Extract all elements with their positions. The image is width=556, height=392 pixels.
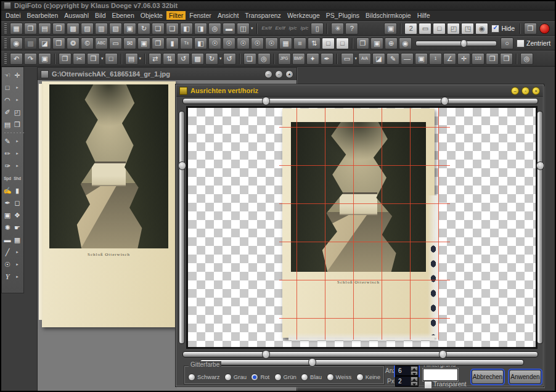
background-color-swatch[interactable] [423, 369, 458, 381]
gamma-tool[interactable]: Y [2, 271, 12, 283]
radio-keine[interactable]: Keine [356, 374, 380, 381]
right-align-slider[interactable] [537, 111, 543, 344]
filter-browser-icon[interactable]: ▧ [109, 23, 122, 35]
top-slider-handle-1[interactable] [262, 97, 270, 105]
shape-icon[interactable]: ▭ [341, 53, 354, 65]
context-help-icon[interactable]: ? [345, 23, 358, 35]
pen-medium-tool[interactable]: ✏ [2, 147, 12, 160]
radio-rot-dot[interactable] [251, 374, 258, 381]
menu-objekte[interactable]: Objekte [138, 11, 165, 20]
dialog-minimize-button[interactable]: – [511, 87, 519, 95]
lasso-flyout[interactable]: ▸ [12, 94, 22, 106]
clipboard-icon[interactable]: ▤ [125, 53, 138, 65]
zoom-slider-thumb[interactable] [460, 39, 467, 47]
move-tool[interactable]: ✛ [12, 69, 22, 81]
blank-screen-icon[interactable]: □ [433, 23, 446, 35]
paste-image-icon[interactable]: ❒ [52, 23, 65, 35]
transparent-checkbox[interactable] [424, 381, 432, 389]
red-eye-5-icon[interactable]: ☉ [265, 38, 278, 49]
color-wheel-icon[interactable]: ❂ [67, 38, 80, 49]
menu-fenster[interactable]: Fenster [187, 11, 214, 20]
hand-tool[interactable]: ☜ [2, 69, 12, 81]
frame-icon[interactable]: ▣ [137, 38, 150, 49]
rotate-any-icon[interactable]: ↻ [205, 53, 218, 65]
color-ball-icon[interactable]: ◉ [10, 38, 23, 49]
red-eye-tool[interactable]: ☉ [2, 258, 12, 271]
contrast-icon[interactable]: ◧ [194, 38, 207, 49]
radio-grün[interactable]: Grün [274, 374, 296, 381]
horizontal-position-handle[interactable] [308, 358, 316, 367]
select-all-icon[interactable]: ▣ [38, 53, 51, 65]
radio-keine-dot[interactable] [356, 374, 364, 381]
menu-auswahl[interactable]: Auswahl [62, 11, 91, 20]
rotate-any-icon-dropdown[interactable]: ▾ [219, 56, 222, 61]
film-strip-icon[interactable]: ▣ [123, 23, 136, 35]
spray-tool[interactable]: ✺ [2, 221, 12, 234]
px-up-button[interactable] [411, 377, 418, 382]
apply-button[interactable]: Anwenden [509, 370, 541, 384]
copyright-icon[interactable]: © [81, 38, 94, 49]
lamp-icon[interactable]: ✦ [306, 53, 319, 65]
radio-blau-dot[interactable] [301, 374, 308, 381]
red-eye-3-icon[interactable]: ☉ [237, 38, 250, 49]
zentriert-checkbox-box[interactable] [517, 39, 525, 47]
copy-icon[interactable]: ❐ [59, 53, 72, 65]
monitor-icon[interactable]: ▭ [419, 23, 431, 35]
app-titlebar[interactable]: DigiFoto (c)opyright by Klaus Doege v7.0… [1, 1, 555, 10]
restore-button[interactable]: ▫ [275, 70, 283, 78]
anz-down-button[interactable] [411, 371, 418, 376]
zoom-out-icon[interactable]: ○ [501, 38, 513, 49]
resize-icon[interactable]: ▩ [191, 53, 204, 65]
refresh-icon[interactable]: ↺ [223, 53, 236, 65]
preview-icon[interactable]: ◎ [520, 53, 533, 65]
radio-weiss-dot[interactable] [327, 374, 334, 381]
screen-left-icon[interactable]: ◰ [447, 23, 460, 35]
gear-icon[interactable]: ✳ [331, 23, 344, 35]
menu-bildschirmkopie[interactable]: Bildschirmkopie [363, 11, 414, 20]
save-tool[interactable]: ▤ [2, 118, 12, 131]
lasso-tool[interactable]: ◠ [2, 94, 12, 106]
pen-small-tool[interactable]: ✎ [2, 135, 12, 147]
camera-icon[interactable]: ▣ [384, 23, 397, 35]
copy-page-icon[interactable]: ❐ [486, 53, 499, 65]
knife-tool[interactable]: ✐ [2, 106, 12, 118]
bottom-slider-handle-2[interactable] [439, 350, 447, 359]
eyedropper-tool[interactable]: ╱ [2, 246, 12, 258]
menu-bearbeiten[interactable]: Bearbeiten [25, 11, 61, 20]
ink-tool[interactable]: ▮ [12, 184, 22, 197]
dialog-close-button[interactable]: × [532, 87, 540, 95]
effects-icon[interactable]: ❒ [52, 38, 65, 49]
tools-icon[interactable]: ✒ [321, 53, 333, 65]
red-eye-2-icon[interactable]: ☉ [223, 38, 235, 49]
screen-2-icon[interactable]: 2 [404, 23, 417, 35]
bottom-align-slider[interactable] [182, 351, 538, 357]
px-value[interactable]: 2 [396, 377, 411, 386]
bmp-icon[interactable]: BMP [292, 53, 305, 65]
print-icon[interactable]: ◫ [237, 23, 250, 35]
card-icon[interactable]: ❐ [152, 38, 165, 49]
toolbar2-grip[interactable] [4, 38, 7, 48]
zentriert-checkbox[interactable]: Zentriert [517, 39, 550, 47]
gradient-icon[interactable]: ◪ [38, 38, 51, 49]
menu-ansicht[interactable]: Ansicht [215, 11, 241, 20]
book-icon[interactable]: ▬ [223, 23, 235, 35]
left-align-slider[interactable] [179, 111, 185, 344]
anz-value[interactable]: 6 [396, 366, 411, 375]
screenshot-icon[interactable]: ◧ [180, 23, 193, 35]
marquee-flyout[interactable]: ▸ [12, 81, 22, 94]
text-size-icon[interactable]: T± [180, 38, 193, 49]
radio-schwarz[interactable]: Schwarz [188, 374, 219, 381]
folder-2-icon[interactable]: ❒ [500, 53, 513, 65]
list-icon[interactable]: ≡ [293, 38, 306, 49]
radio-rot[interactable]: Rot [251, 374, 269, 381]
batch-icon[interactable]: ▥ [95, 23, 108, 35]
screen-right-icon[interactable]: ◳ [461, 23, 474, 35]
pen-icon[interactable]: ✎ [386, 53, 399, 65]
layers-icon[interactable]: ❐ [356, 38, 369, 49]
menu-filter[interactable]: Filter [166, 11, 186, 20]
radio-grau-dot[interactable] [224, 374, 232, 381]
top-align-slider[interactable] [182, 98, 538, 104]
shape-icon-dropdown[interactable]: ▾ [355, 56, 358, 61]
deselect-icon[interactable]: □ [105, 53, 118, 65]
mail-icon[interactable]: ✉ [123, 38, 136, 49]
